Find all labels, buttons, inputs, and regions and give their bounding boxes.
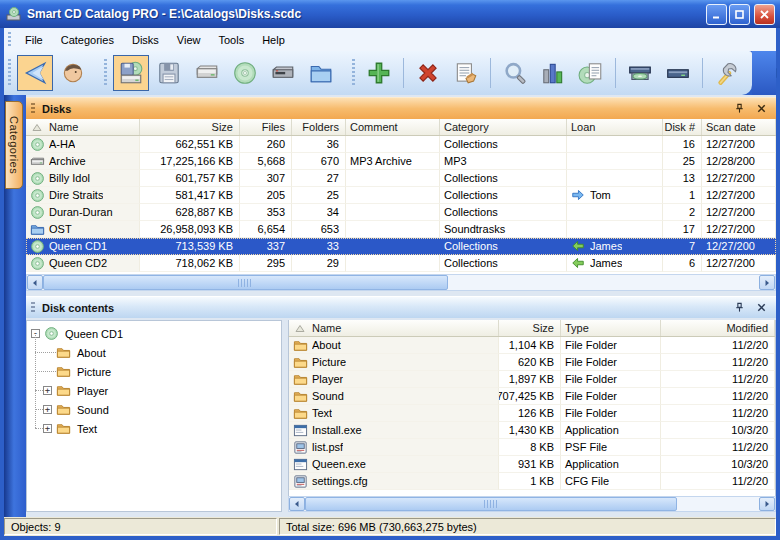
disk-row[interactable]: Dire Straits581,417 KB20525CollectionsTo…	[26, 187, 776, 204]
file-row[interactable]: Sound707,425 KBFile Folder11/2/20	[289, 388, 775, 405]
file-row[interactable]: Player1,897 KBFile Folder11/2/20	[289, 371, 775, 388]
statistics-button[interactable]	[535, 55, 571, 91]
expand-box[interactable]: +	[43, 386, 52, 395]
column-header-disk_no[interactable]: Disk #	[663, 119, 702, 135]
disks-panel-title: Disks	[42, 103, 724, 115]
open-tray-icon	[627, 60, 653, 86]
cd-icon	[30, 239, 45, 254]
categories-tab[interactable]: Categories	[5, 101, 23, 189]
file-row[interactable]: settings.cfg1 KBCFG File11/2/20	[289, 473, 775, 490]
column-header-files[interactable]: Files	[240, 119, 292, 135]
expand-box[interactable]: +	[43, 424, 52, 433]
report-button[interactable]	[573, 55, 609, 91]
sort-ascending-icon	[32, 123, 42, 132]
scroll-right-button[interactable]	[759, 497, 775, 511]
close-button[interactable]	[754, 4, 775, 25]
cell-name: Sound	[289, 388, 499, 405]
scroll-thumb[interactable]	[305, 497, 677, 511]
expand-box[interactable]: +	[43, 405, 52, 414]
menu-item-view[interactable]: View	[168, 30, 210, 50]
column-header-name[interactable]: Name	[289, 320, 499, 336]
column-header-folders[interactable]: Folders	[292, 119, 346, 135]
menu-item-file[interactable]: File	[16, 30, 52, 50]
search-button[interactable]	[497, 55, 533, 91]
cd-disc-button[interactable]	[227, 55, 263, 91]
menu-item-help[interactable]: Help	[253, 30, 294, 50]
disk-row[interactable]: A-HA662,551 KB26036Collections1612/27/20…	[26, 136, 776, 153]
scroll-right-button[interactable]	[759, 275, 775, 290]
pin-icon[interactable]	[732, 301, 746, 315]
column-header-size[interactable]: Size	[140, 119, 240, 135]
scroll-thumb[interactable]	[43, 275, 448, 290]
disks-hscrollbar[interactable]	[26, 274, 776, 291]
panel-close-icon[interactable]	[754, 102, 768, 116]
menu-item-disks[interactable]: Disks	[123, 30, 168, 50]
disk-row[interactable]: Duran-Duran628,887 KB35334Collections212…	[26, 204, 776, 221]
scroll-track[interactable]	[43, 275, 759, 290]
file-row[interactable]: About1,104 KBFile Folder11/2/20	[289, 337, 775, 354]
file-row[interactable]: Install.exe1,430 KBApplication10/3/20	[289, 422, 775, 439]
tree-item[interactable]: +Sound	[27, 400, 281, 419]
column-header-name[interactable]: Name	[26, 119, 140, 135]
cell-size: 126 KB	[499, 405, 561, 422]
save-catalog-button[interactable]	[151, 55, 187, 91]
cell-type: File Folder	[561, 354, 661, 371]
browse-folder-button[interactable]	[303, 55, 339, 91]
tree-item[interactable]: +Text	[27, 419, 281, 438]
tree-item-root[interactable]: -Queen CD1	[27, 324, 281, 343]
column-header-comment[interactable]: Comment	[346, 119, 440, 135]
open-catalog-button[interactable]	[113, 55, 149, 91]
cell-size: 713,539 KB	[140, 238, 240, 255]
column-header-category[interactable]: Category	[440, 119, 567, 135]
disk-row[interactable]: Billy Idol601,757 KB30727Collections1312…	[26, 170, 776, 187]
column-header-size[interactable]: Size	[499, 320, 561, 336]
device-button[interactable]	[265, 55, 301, 91]
column-header-type[interactable]: Type	[561, 320, 661, 336]
users-button[interactable]	[55, 55, 91, 91]
panel-close-icon[interactable]	[754, 301, 768, 315]
navigate-back-button[interactable]	[17, 55, 53, 91]
menu-item-tools[interactable]: Tools	[209, 30, 253, 50]
file-row[interactable]: list.psf8 KBPSF File11/2/20	[289, 439, 775, 456]
cell-modified: 11/2/20	[661, 405, 775, 422]
title-bar[interactable]: Smart CD Catalog PRO - E:\Catalogs\Disks…	[0, 0, 780, 28]
cell-type: PSF File	[561, 439, 661, 456]
column-header-modified[interactable]: Modified	[661, 320, 775, 336]
column-header-loan[interactable]: Loan	[567, 119, 663, 135]
scroll-left-button[interactable]	[289, 497, 305, 511]
settings-button[interactable]	[709, 55, 745, 91]
open-tray-button[interactable]	[622, 55, 658, 91]
cell-files: 353	[240, 204, 292, 221]
folder-icon	[56, 345, 71, 360]
files-rows: About1,104 KBFile Folder11/2/20Picture62…	[288, 337, 776, 496]
file-row[interactable]: Text126 KBFile Folder11/2/20	[289, 405, 775, 422]
statistics-icon	[540, 60, 566, 86]
report-icon	[578, 60, 604, 86]
tree-item[interactable]: +Player	[27, 381, 281, 400]
file-row[interactable]: Picture620 KBFile Folder11/2/20	[289, 354, 775, 371]
pin-icon[interactable]	[732, 102, 746, 116]
close-tray-button[interactable]	[660, 55, 696, 91]
tree-item[interactable]: About	[27, 343, 281, 362]
scroll-left-button[interactable]	[27, 275, 43, 290]
folder-icon	[56, 364, 71, 379]
delete-disk-button[interactable]	[410, 55, 446, 91]
column-header-scan_date[interactable]: Scan date	[702, 119, 776, 135]
app-icon	[6, 6, 22, 22]
disk-row[interactable]: Archive17,225,166 KB5,668670MP3 ArchiveM…	[26, 153, 776, 170]
tree-item[interactable]: Picture	[27, 362, 281, 381]
minimize-button[interactable]	[706, 4, 727, 25]
delete-disk-icon	[415, 60, 441, 86]
hard-drive-button[interactable]	[189, 55, 225, 91]
disk-row[interactable]: OST26,958,093 KB6,654653Soundtrasks1712/…	[26, 221, 776, 238]
file-row[interactable]: Queen.exe931 KBApplication10/3/20	[289, 456, 775, 473]
menu-item-categories[interactable]: Categories	[52, 30, 123, 50]
disk-row[interactable]: Queen CD1713,539 KB33733CollectionsJames…	[26, 238, 776, 255]
properties-button[interactable]	[448, 55, 484, 91]
cell-disk_no: 6	[663, 255, 702, 272]
maximize-button[interactable]	[729, 4, 750, 25]
disk-row[interactable]: Queen CD2718,062 KB29529CollectionsJames…	[26, 255, 776, 272]
files-hscrollbar[interactable]	[288, 496, 776, 512]
add-disk-button[interactable]	[361, 55, 397, 91]
scroll-track[interactable]	[305, 497, 759, 511]
